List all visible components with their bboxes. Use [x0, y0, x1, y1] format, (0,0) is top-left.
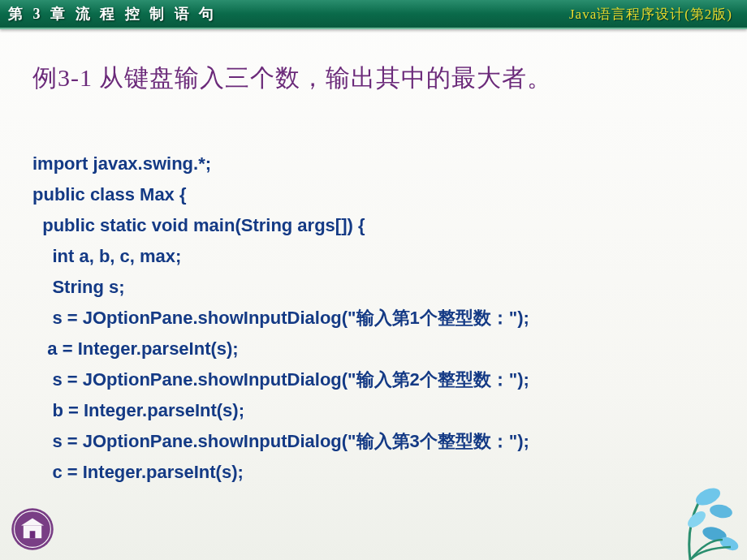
code-line: s = JOptionPane.showInputDialog("输入第1个整型…: [32, 308, 529, 328]
code-line: public static void main(String args[]) {: [32, 215, 365, 235]
code-line: s = JOptionPane.showInputDialog("输入第3个整型…: [32, 431, 529, 451]
code-block: import javax.swing.*; public class Max {…: [32, 118, 715, 519]
svg-rect-4: [30, 531, 36, 538]
code-line: b = Integer.parseInt(s);: [32, 400, 244, 420]
book-title: Java语言程序设计(第2版): [569, 5, 732, 24]
header-bar: 第 3 章 流 程 控 制 语 句 Java语言程序设计(第2版): [0, 0, 747, 29]
university-logo-icon: [10, 506, 55, 552]
content-area: 例3-1 从键盘输入三个数，输出其中的最大者。 import javax.swi…: [0, 29, 747, 519]
code-line: c = Integer.parseInt(s);: [32, 462, 244, 482]
code-line: a = Integer.parseInt(s);: [32, 338, 239, 359]
code-line: public class Max {: [32, 184, 187, 205]
code-line: s = JOptionPane.showInputDialog("输入第2个整型…: [32, 369, 529, 390]
svg-point-7: [685, 508, 709, 530]
code-line: int a, b, c, max;: [32, 246, 181, 266]
plant-decoration-icon: [633, 463, 747, 560]
chapter-title: 第 3 章 流 程 控 制 语 句: [8, 4, 217, 24]
slide: 第 3 章 流 程 控 制 语 句 Java语言程序设计(第2版) 例3-1 从…: [0, 0, 747, 560]
code-line: String s;: [32, 277, 125, 297]
code-line: import javax.swing.*;: [32, 153, 211, 174]
example-title: 例3-1 从键盘输入三个数，输出其中的最大者。: [32, 62, 715, 95]
svg-point-6: [709, 503, 733, 520]
